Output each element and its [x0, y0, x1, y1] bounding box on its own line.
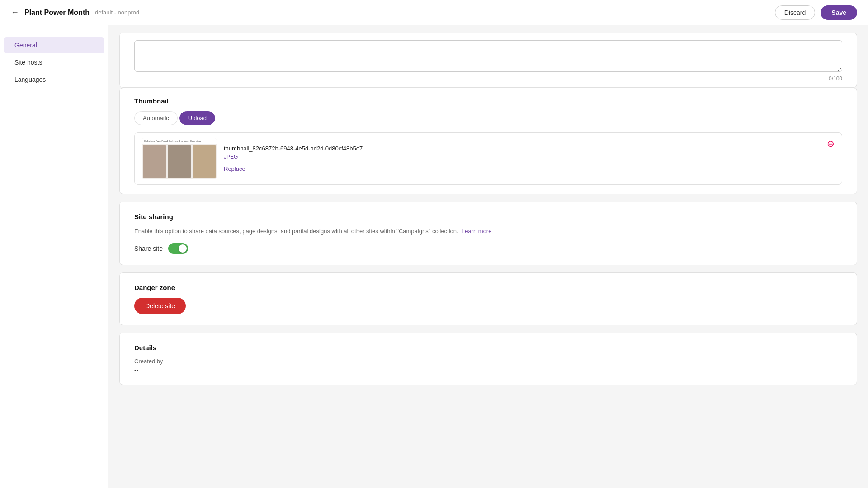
description-section: 0/100 [119, 33, 857, 88]
thumbnail-tabs: Automatic Upload [134, 111, 842, 125]
share-site-label: Share site [134, 245, 163, 252]
thumbnail-image: Delicious Fast Food Delivered to Your Do… [142, 138, 217, 179]
details-title: Details [134, 344, 842, 352]
learn-more-link[interactable]: Learn more [462, 228, 491, 235]
thumbnail-remove-button[interactable]: ⊖ [827, 138, 835, 149]
sidebar-item-languages[interactable]: Languages [4, 71, 104, 88]
thumbnail-type: JPEG [224, 154, 820, 160]
tab-upload[interactable]: Upload [179, 111, 215, 125]
topbar-right: Discard Save [775, 5, 857, 20]
topbar-left: ← Plant Power Month default - nonprod [11, 8, 139, 17]
thumb-cell-1 [143, 145, 166, 178]
layout: General Site hosts Languages 0/100 Thumb… [0, 25, 868, 488]
thumbnail-preview: Delicious Fast Food Delivered to Your Do… [134, 132, 842, 185]
site-sharing-title: Site sharing [134, 213, 842, 221]
thumbnail-replace-link[interactable]: Replace [224, 165, 245, 172]
details-section: Details Created by -- [119, 333, 857, 385]
thumb-cell-3 [193, 145, 216, 178]
thumb-cell-2 [168, 145, 191, 178]
site-sharing-desc: Enable this option to share data sources… [134, 227, 842, 236]
thumbnail-filename: thumbnail_82c6872b-6948-4e5d-ad2d-0d80cf… [224, 145, 820, 152]
site-sharing-section: Site sharing Enable this option to share… [119, 202, 857, 265]
sidebar-item-site-hosts[interactable]: Site hosts [4, 54, 104, 70]
thumbnail-title: Thumbnail [134, 97, 842, 105]
back-button[interactable]: ← [11, 8, 19, 17]
main-content: 0/100 Thumbnail Automatic Upload Delicio… [108, 25, 868, 488]
topbar: ← Plant Power Month default - nonprod Di… [0, 0, 868, 25]
danger-zone-title: Danger zone [134, 284, 842, 291]
created-by-label: Created by [134, 358, 842, 365]
tab-automatic[interactable]: Automatic [134, 111, 178, 125]
created-by-value: -- [134, 366, 842, 374]
discard-button[interactable]: Discard [775, 5, 815, 20]
thumbnail-info: thumbnail_82c6872b-6948-4e5d-ad2d-0d80cf… [224, 145, 820, 173]
topbar-env: default - nonprod [95, 9, 139, 16]
topbar-title: Plant Power Month [24, 9, 90, 17]
char-count: 0/100 [134, 75, 842, 82]
danger-zone-section: Danger zone Delete site [119, 272, 857, 325]
delete-site-button[interactable]: Delete site [134, 298, 186, 314]
toggle-slider [168, 243, 188, 254]
share-site-toggle[interactable] [168, 243, 188, 254]
thumbnail-section: Thumbnail Automatic Upload Delicious Fas… [119, 88, 857, 194]
thumb-top-text: Delicious Fast Food Delivered to Your Do… [142, 138, 217, 144]
description-input[interactable] [134, 40, 842, 72]
save-button[interactable]: Save [821, 5, 857, 20]
sidebar: General Site hosts Languages [0, 25, 108, 488]
share-row: Share site [134, 243, 842, 254]
sidebar-item-general[interactable]: General [4, 37, 104, 53]
